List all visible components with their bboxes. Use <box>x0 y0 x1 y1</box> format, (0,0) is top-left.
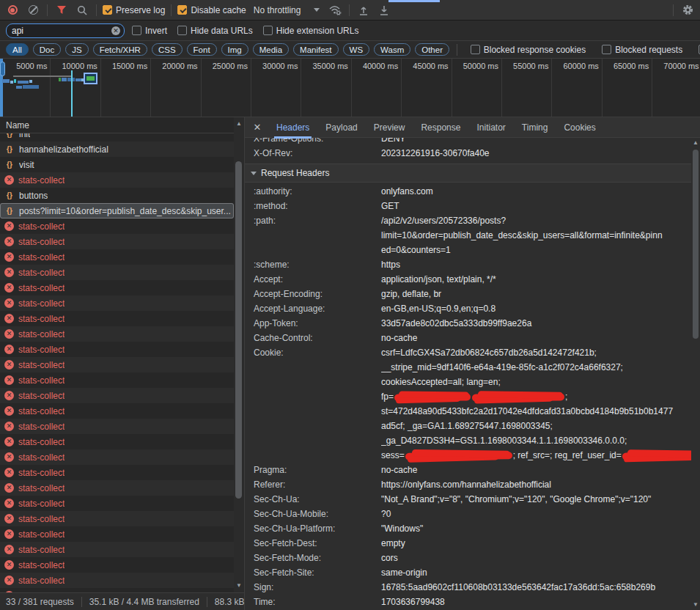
request-row-posts-limit-10-order-pub[interactable]: {}posts?limit=10&order=publish_date_desc… <box>0 203 234 218</box>
request-row-stats-collect[interactable]: ✕stats-collect <box>0 526 234 542</box>
filter-toggle-button[interactable] <box>54 2 70 18</box>
scrollbar-thumb[interactable] <box>235 161 242 499</box>
search-button[interactable] <box>74 2 90 18</box>
timeline-brush-handle[interactable] <box>0 62 5 76</box>
tab-response[interactable]: Response <box>413 117 468 138</box>
request-row-stats-collect[interactable]: ✕stats-collect <box>0 234 234 249</box>
failed-request-icon: ✕ <box>4 406 14 416</box>
tab-preview[interactable]: Preview <box>366 117 413 138</box>
type-filter-css[interactable]: CSS <box>152 43 183 56</box>
request-row-stats-collect[interactable]: ✕stats-collect <box>0 573 234 588</box>
type-filter-manifest[interactable]: Manifest <box>293 43 338 56</box>
request-row-init[interactable]: {}init <box>0 133 234 142</box>
request-row-stats-collect[interactable]: ✕stats-collect <box>0 280 234 295</box>
header-value-line: no-cache <box>381 463 691 477</box>
invert-checkbox[interactable]: Invert <box>132 26 167 36</box>
headers-content: X-Frame-Options:DENYX-Of-Rev:20231226191… <box>245 138 700 610</box>
request-row-stats-collect[interactable]: ✕stats-collect <box>0 403 234 419</box>
disable-cache-checkbox[interactable]: Disable cache <box>177 5 246 15</box>
record-icon <box>8 5 18 15</box>
type-filter-img[interactable]: Img <box>221 43 248 56</box>
close-details-button[interactable]: ✕ <box>249 120 265 136</box>
type-filter-doc[interactable]: Doc <box>33 43 61 56</box>
request-row-stats-collect[interactable]: ✕stats-collect <box>0 434 234 449</box>
request-row-stats-collect[interactable]: ✕stats-collect <box>0 326 234 342</box>
request-name: hannahelizabethofficial <box>19 144 108 155</box>
type-filter-wasm[interactable]: Wasm <box>374 43 410 56</box>
failed-request-icon: ✕ <box>4 560 14 570</box>
type-filter-js[interactable]: JS <box>65 43 88 56</box>
clear-filter-icon[interactable]: ✕ <box>111 26 120 35</box>
type-filter-other[interactable]: Other <box>415 43 449 56</box>
header-row-sec-ch-ua-platform: Sec-Ch-Ua-Platform:"Windows" <box>245 521 691 536</box>
request-row-stats-collect[interactable]: ✕stats-collect <box>0 388 234 403</box>
request-row-stats-collect[interactable]: ✕stats-collect <box>0 449 234 465</box>
header-value: 33d57ade8c02dbc5a333db99ff9ae26a <box>381 316 691 331</box>
header-value: empty <box>381 536 691 551</box>
request-row-stats-collect[interactable]: ✕stats-collect <box>0 465 234 480</box>
redaction-scribble <box>472 393 564 401</box>
divider <box>349 4 350 16</box>
request-row-stats-collect[interactable]: ✕stats-collect <box>0 372 234 388</box>
request-row-buttons[interactable]: {}buttons <box>0 188 234 203</box>
request-row-stats-collect[interactable]: ✕stats-collect <box>0 419 234 434</box>
preserve-log-checkbox[interactable]: Preserve log <box>103 5 165 15</box>
waterfall-activity-bar <box>59 78 61 81</box>
scroll-down-icon[interactable]: ▼ <box>234 581 244 591</box>
header-value-line: https <box>381 257 691 272</box>
request-row-stats-collect[interactable]: ✕stats-collect <box>0 496 234 511</box>
timeline-overview[interactable]: 5000 ms10000 ms15000 ms20000 ms25000 ms3… <box>0 59 700 117</box>
scrollbar-thumb[interactable] <box>693 150 699 339</box>
checkbox-checked <box>177 5 187 15</box>
tab-payload[interactable]: Payload <box>317 117 365 138</box>
request-name: stats-collect <box>18 560 65 570</box>
request-row-stats-collect[interactable]: ✕stats-collect <box>0 557 234 573</box>
hide-extension-urls-checkbox[interactable]: Hide extension URLs <box>263 26 359 36</box>
import-har-button[interactable] <box>355 2 372 18</box>
settings-button[interactable] <box>679 2 696 18</box>
request-headers-section-header[interactable]: Request Headers <box>245 163 691 183</box>
request-row-stats-collect[interactable]: ✕stats-collect <box>0 295 234 311</box>
hide-data-urls-checkbox[interactable]: Hide data URLs <box>177 26 253 36</box>
request-row-stats-collect[interactable]: ✕stats-collect <box>0 357 234 372</box>
type-filter-fetch-xhr[interactable]: Fetch/XHR <box>93 43 147 56</box>
blocked-response-cookies-checkbox[interactable]: Blocked response cookies <box>471 45 586 55</box>
scroll-up-icon[interactable]: ▲ <box>234 119 244 129</box>
header-value-line: 1703636799438 <box>381 595 691 609</box>
throttling-dropdown[interactable]: No throttling <box>251 5 323 15</box>
type-filter-media[interactable]: Media <box>253 43 289 56</box>
clear-button[interactable] <box>25 2 41 18</box>
request-row-stats-collect[interactable]: ✕stats-collect <box>0 265 234 280</box>
request-row-stats-collect[interactable]: ✕stats-collect <box>0 249 234 265</box>
type-filter-all[interactable]: All <box>6 43 29 56</box>
request-row-stats-collect[interactable]: ✕stats-collect <box>0 311 234 326</box>
request-row-stats-collect[interactable]: ✕stats-collect <box>0 342 234 357</box>
tab-headers[interactable]: Headers <box>268 117 317 138</box>
request-row-stats-collect[interactable]: ✕stats-collect <box>0 542 234 557</box>
timeline-gridline <box>351 59 352 117</box>
tab-initiator[interactable]: Initiator <box>468 117 513 138</box>
timeline-tick-label: 55000 ms <box>513 62 551 70</box>
type-filter-font[interactable]: Font <box>187 43 217 56</box>
request-row-stats-collect[interactable]: ✕stats-collect <box>0 218 234 234</box>
network-conditions-button[interactable] <box>327 2 343 18</box>
type-filter-ws[interactable]: WS <box>343 43 370 56</box>
request-type-bar: AllDocJSFetch/XHRCSSFontImgMediaManifest… <box>0 41 700 59</box>
name-column-header[interactable]: Name <box>0 117 244 133</box>
record-button[interactable] <box>4 2 21 18</box>
header-value: ?0 <box>381 507 691 521</box>
request-row-hannahelizabethofficial[interactable]: {}hannahelizabethofficial <box>0 142 234 157</box>
export-har-button[interactable] <box>376 2 392 18</box>
request-row-stats-collect[interactable]: ✕stats-collect <box>0 511 234 526</box>
timeline-gridline <box>201 59 202 117</box>
request-row-stats-collect[interactable]: ✕stats-collect <box>0 172 234 188</box>
invert-label: Invert <box>145 26 167 36</box>
scroll-down-icon[interactable]: ▼ <box>691 600 700 610</box>
filter-input[interactable] <box>12 26 111 36</box>
scroll-up-icon[interactable]: ▲ <box>691 138 700 148</box>
blocked-requests-checkbox[interactable]: Blocked requests <box>602 45 682 55</box>
tab-cookies[interactable]: Cookies <box>556 117 603 138</box>
tab-timing[interactable]: Timing <box>514 117 556 138</box>
request-row-stats-collect[interactable]: ✕stats-collect <box>0 480 234 496</box>
request-row-visit[interactable]: {}visit <box>0 157 234 172</box>
